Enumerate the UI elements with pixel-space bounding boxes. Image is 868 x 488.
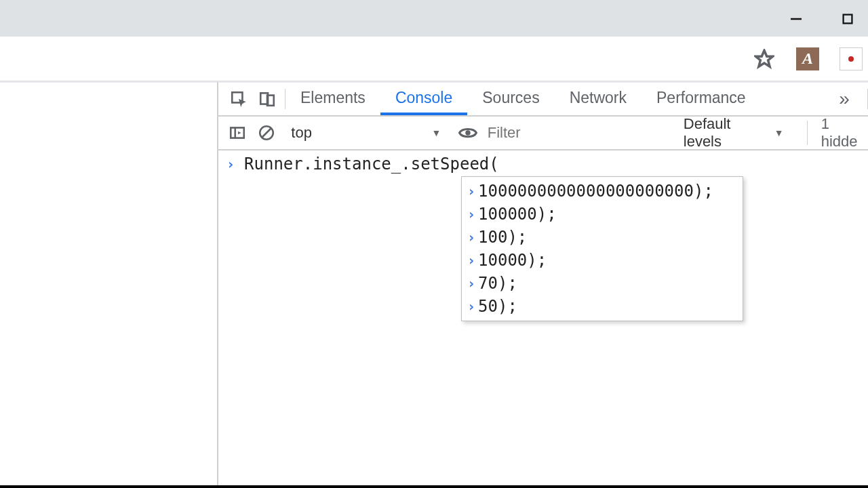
execution-context-label: top: [291, 124, 312, 142]
svg-line-10: [262, 129, 271, 138]
tab-performance[interactable]: Performance: [642, 83, 761, 115]
execution-context-selector[interactable]: top ▼: [284, 121, 448, 145]
chevron-right-icon: ›: [467, 275, 475, 291]
tabs-overflow-button[interactable]: »: [829, 88, 859, 110]
autocomplete-item[interactable]: ›10000);: [462, 249, 743, 272]
chevron-right-icon: ›: [467, 183, 475, 199]
tab-console[interactable]: Console: [380, 83, 467, 115]
live-expression-icon[interactable]: [454, 121, 480, 144]
chevron-down-icon: ▼: [774, 127, 784, 138]
devtools-tabstrip: Elements Console Sources Network Perform…: [218, 83, 868, 117]
svg-point-11: [465, 130, 471, 136]
tab-elements[interactable]: Elements: [285, 83, 380, 115]
bookmark-star-icon[interactable]: [753, 47, 776, 70]
console-prompt-line[interactable]: › Runner.instance_.setSpeed(: [218, 150, 868, 178]
autocomplete-item[interactable]: ›100);: [462, 226, 743, 249]
window-minimize-button[interactable]: [787, 9, 806, 28]
page-viewport: [0, 81, 217, 488]
clear-console-icon[interactable]: [256, 121, 278, 144]
window-maximize-button[interactable]: [838, 9, 857, 28]
window-titlebar: [0, 0, 868, 37]
bottom-border: [0, 485, 868, 488]
chevron-right-icon: ›: [467, 298, 475, 314]
browser-toolbar: A: [0, 37, 868, 81]
console-sidebar-toggle-icon[interactable]: [226, 121, 249, 144]
console-body[interactable]: › Runner.instance_.setSpeed( ›1000000000…: [218, 150, 868, 488]
hidden-messages-label[interactable]: 1 hidde: [807, 121, 868, 145]
autocomplete-item[interactable]: ›50);: [462, 295, 743, 318]
svg-rect-1: [844, 15, 852, 24]
svg-rect-6: [231, 127, 245, 138]
autocomplete-popup: ›1000000000000000000000);›100000);›100);…: [461, 176, 743, 321]
console-toolbar: top ▼ Default levels ▼ 1 hidde: [218, 117, 868, 150]
svg-marker-8: [238, 131, 241, 134]
log-levels-label: Default levels: [684, 115, 769, 150]
autocomplete-item-text: 100000);: [478, 205, 557, 224]
autocomplete-item-text: 1000000000000000000000);: [478, 182, 713, 201]
autocomplete-item[interactable]: ›1000000000000000000000);: [462, 180, 743, 203]
chevron-right-icon: ›: [467, 229, 475, 245]
content-area: Elements Console Sources Network Perform…: [0, 81, 868, 488]
console-filter-input[interactable]: [488, 121, 674, 145]
tab-sources[interactable]: Sources: [467, 83, 554, 115]
autocomplete-item-text: 10000);: [478, 251, 547, 270]
prompt-caret-icon: ›: [226, 155, 235, 174]
autocomplete-item-text: 70);: [478, 274, 517, 293]
chevron-down-icon: ▼: [431, 127, 441, 138]
chevron-right-icon: ›: [467, 206, 475, 222]
extension-pdf-icon[interactable]: A: [796, 47, 819, 70]
autocomplete-item-text: 50);: [478, 297, 517, 316]
console-input-text[interactable]: Runner.instance_.setSpeed(: [244, 155, 499, 174]
autocomplete-item-text: 100);: [478, 228, 527, 247]
inspect-element-icon[interactable]: [225, 85, 252, 113]
chevron-right-icon: ›: [467, 252, 475, 268]
device-toolbar-icon[interactable]: [254, 85, 281, 113]
svg-marker-2: [756, 50, 773, 66]
autocomplete-item[interactable]: ›100000);: [462, 203, 743, 226]
autocomplete-item[interactable]: ›70);: [462, 272, 743, 295]
devtools-panel: Elements Console Sources Network Perform…: [217, 81, 868, 488]
log-levels-selector[interactable]: Default levels ▼: [684, 115, 784, 150]
tab-network[interactable]: Network: [555, 83, 642, 115]
extension-icon[interactable]: [840, 47, 863, 70]
